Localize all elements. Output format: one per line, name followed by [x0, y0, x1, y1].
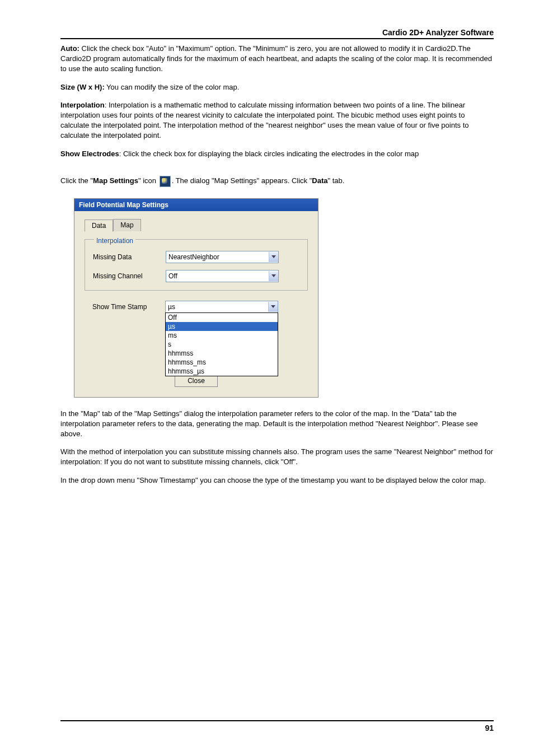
timestamp-option[interactable]: hhmmss_µs [166, 367, 278, 376]
timestamp-option[interactable]: hhmmss [166, 349, 278, 358]
close-button[interactable]: Close [175, 375, 218, 387]
tab-map[interactable]: Map [113, 219, 140, 231]
timestamp-option[interactable]: µs [166, 322, 278, 331]
missing-channel-label: Missing Channel [93, 272, 166, 280]
interpolation-fieldset: Interpolation Missing Data NearestNeighb… [85, 239, 308, 291]
timestamp-dropdown[interactable]: Off µs ms s hhmmss hhmmss_ms hhmmss_µs [165, 312, 278, 376]
chevron-down-icon[interactable] [268, 302, 278, 312]
paragraph-after1: In the "Map" tab of the "Map Settings" d… [60, 409, 494, 440]
chevron-down-icon[interactable] [269, 271, 278, 281]
paragraph-electrodes: Show Electrodes: Click the check box for… [60, 149, 494, 159]
electrodes-text: : Click the check box for displaying the… [119, 150, 419, 158]
missing-data-value: NearestNeighbor [166, 253, 219, 261]
click-bold1: Map Settings [93, 176, 138, 185]
dialog-tabs: Data Map [85, 219, 308, 231]
tab-data[interactable]: Data [85, 220, 113, 232]
paragraph-after3: In the drop down menu "Show Timestamp" y… [60, 475, 494, 486]
paragraph-size: Size (W x H): You can modify the size of… [60, 82, 494, 92]
interpolation-label: Interpolation [60, 101, 105, 109]
interpolation-legend: Interpolation [94, 237, 135, 245]
header-divider [60, 38, 494, 39]
paragraph-interpolation: Interpolation: Interpolation is a mathem… [60, 100, 494, 141]
missing-data-label: Missing Data [93, 253, 166, 261]
page-header-title: Cardio 2D+ Analyzer Software [60, 28, 494, 37]
auto-label: Auto: [60, 44, 79, 53]
paragraph-after2: With the method of interpolation you can… [60, 447, 494, 467]
svg-marker-1 [271, 274, 276, 277]
timestamp-option[interactable]: hhmmss_ms [166, 358, 278, 367]
timestamp-value: µs [166, 303, 175, 311]
interpolation-text: : Interpolation is a mathematic method t… [60, 101, 469, 140]
click-mid: " icon [138, 176, 158, 185]
click-post2: " tab. [327, 176, 344, 185]
dialog-titlebar: Field Potential Map Settings [74, 199, 318, 211]
timestamp-label: Show Time Stamp [92, 303, 165, 311]
timestamp-option[interactable]: s [166, 340, 278, 349]
page-number: 91 [60, 724, 494, 732]
map-settings-dialog: Field Potential Map Settings Data Map In… [74, 198, 318, 398]
paragraph-click-instructions: Click the "Map Settings" icon . The dial… [60, 176, 494, 187]
svg-marker-0 [271, 255, 276, 258]
timestamp-combo[interactable]: µs Off µs ms s hhmmss hhmmss_ms hhmmss_µ… [165, 301, 278, 313]
auto-text: Click the check box "Auto" in "Maximum" … [60, 44, 492, 73]
click-pre: Click the " [60, 176, 93, 185]
footer-divider [60, 720, 494, 721]
click-post1: . The dialog "Map Settings" appears. Cli… [172, 176, 312, 185]
size-text: You can modify the size of the color map… [105, 83, 240, 91]
svg-marker-2 [271, 305, 275, 308]
missing-data-combo[interactable]: NearestNeighbor [166, 251, 279, 263]
click-bold2: Data [312, 176, 327, 185]
timestamp-option[interactable]: ms [166, 331, 278, 340]
missing-channel-value: Off [166, 272, 177, 280]
size-label: Size (W x H): [60, 83, 105, 91]
electrodes-label: Show Electrodes [60, 150, 119, 158]
map-settings-icon [160, 176, 171, 187]
chevron-down-icon[interactable] [269, 252, 278, 262]
timestamp-option[interactable]: Off [166, 313, 278, 322]
missing-channel-combo[interactable]: Off [166, 270, 279, 282]
paragraph-auto: Auto: Click the check box "Auto" in "Max… [60, 44, 494, 74]
